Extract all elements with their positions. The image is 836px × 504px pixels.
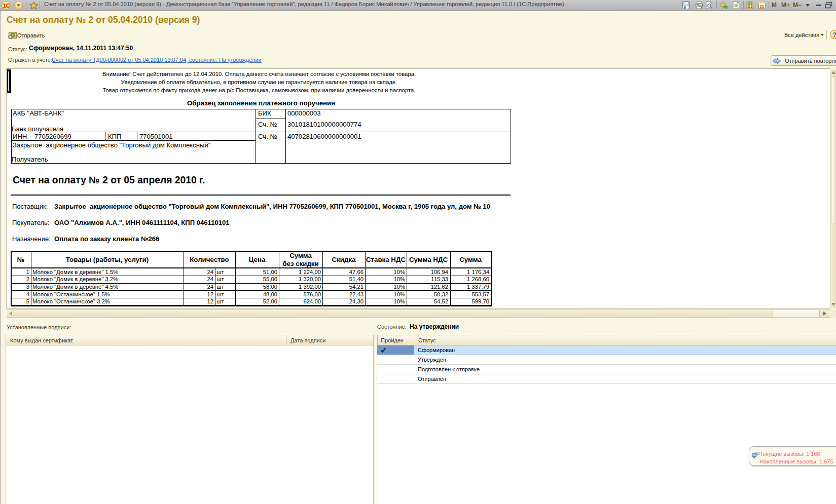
svg-text:1С: 1С <box>3 3 10 9</box>
svg-text:?: ? <box>833 31 836 38</box>
svg-text:31: 31 <box>759 4 764 9</box>
